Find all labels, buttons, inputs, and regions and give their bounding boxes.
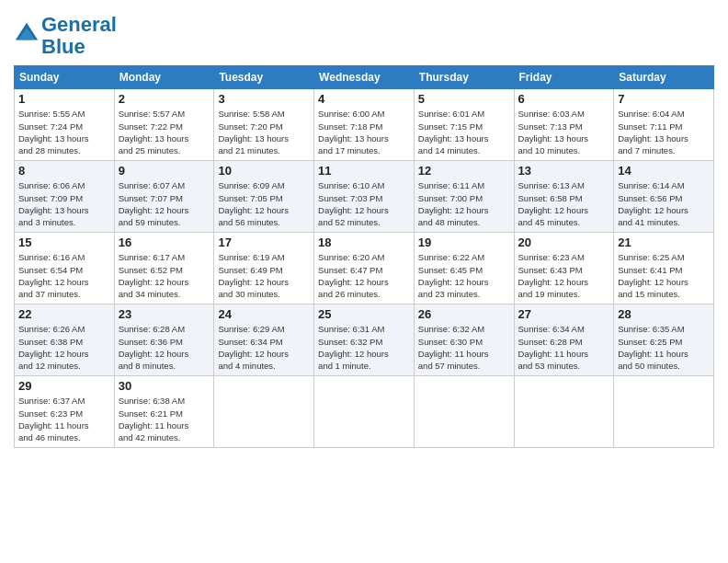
calendar-cell: 21Sunrise: 6:25 AMSunset: 6:41 PMDayligh… [614, 233, 714, 304]
day-number: 8 [18, 164, 110, 178]
day-number: 20 [518, 236, 610, 249]
calendar-cell: 11Sunrise: 6:10 AMSunset: 7:03 PMDayligh… [314, 161, 415, 233]
calendar-cell: 16Sunrise: 6:17 AMSunset: 6:52 PMDayligh… [114, 233, 214, 304]
day-number: 24 [218, 307, 310, 321]
day-info: Sunrise: 6:17 AMSunset: 6:52 PMDaylight:… [119, 251, 210, 300]
calendar-cell: 6Sunrise: 6:03 AMSunset: 7:13 PMDaylight… [514, 89, 614, 161]
day-number: 6 [518, 92, 610, 106]
day-number: 14 [618, 164, 710, 178]
day-number: 1 [18, 92, 110, 106]
calendar-cell: 19Sunrise: 6:22 AMSunset: 6:45 PMDayligh… [414, 233, 514, 304]
day-info: Sunrise: 6:37 AMSunset: 6:23 PMDaylight:… [18, 395, 110, 443]
day-info: Sunrise: 6:03 AMSunset: 7:13 PMDaylight:… [518, 108, 610, 156]
day-number: 25 [318, 307, 410, 321]
calendar-cell: 12Sunrise: 6:11 AMSunset: 7:00 PMDayligh… [414, 161, 514, 233]
calendar-cell: 17Sunrise: 6:19 AMSunset: 6:49 PMDayligh… [214, 233, 314, 304]
calendar-cell: 10Sunrise: 6:09 AMSunset: 7:05 PMDayligh… [214, 161, 314, 233]
logo: General Blue [14, 14, 117, 58]
calendar-cell: 5Sunrise: 6:01 AMSunset: 7:15 PMDaylight… [414, 89, 514, 161]
day-number: 22 [18, 307, 110, 321]
day-info: Sunrise: 5:57 AMSunset: 7:22 PMDaylight:… [119, 108, 210, 156]
day-number: 30 [119, 379, 210, 393]
calendar-cell: 7Sunrise: 6:04 AMSunset: 7:11 PMDaylight… [614, 89, 714, 161]
day-number: 11 [318, 164, 410, 178]
weekday-header: Tuesday [214, 66, 314, 89]
page-header: General Blue [14, 14, 714, 58]
calendar-cell [314, 376, 415, 448]
calendar-cell: 14Sunrise: 6:14 AMSunset: 6:56 PMDayligh… [614, 161, 714, 233]
day-info: Sunrise: 6:16 AMSunset: 6:54 PMDaylight:… [18, 251, 110, 300]
calendar-cell: 27Sunrise: 6:34 AMSunset: 6:28 PMDayligh… [514, 304, 614, 376]
day-info: Sunrise: 6:32 AMSunset: 6:30 PMDaylight:… [418, 323, 510, 372]
calendar-cell [614, 376, 714, 448]
calendar-cell: 28Sunrise: 6:35 AMSunset: 6:25 PMDayligh… [614, 304, 714, 376]
day-number: 19 [418, 236, 510, 249]
calendar-cell: 9Sunrise: 6:07 AMSunset: 7:07 PMDaylight… [114, 161, 214, 233]
day-number: 3 [218, 92, 310, 106]
calendar-cell: 26Sunrise: 6:32 AMSunset: 6:30 PMDayligh… [414, 304, 514, 376]
day-number: 18 [318, 236, 410, 249]
day-number: 9 [119, 164, 210, 178]
calendar-cell: 4Sunrise: 6:00 AMSunset: 7:18 PMDaylight… [314, 89, 415, 161]
day-info: Sunrise: 5:58 AMSunset: 7:20 PMDaylight:… [218, 108, 310, 156]
calendar-cell: 13Sunrise: 6:13 AMSunset: 6:58 PMDayligh… [514, 161, 614, 233]
day-number: 23 [119, 307, 210, 321]
day-number: 28 [618, 307, 710, 321]
weekday-header: Saturday [614, 66, 714, 89]
day-number: 5 [418, 92, 510, 106]
calendar-cell: 2Sunrise: 5:57 AMSunset: 7:22 PMDaylight… [114, 89, 214, 161]
day-number: 13 [518, 164, 610, 178]
day-info: Sunrise: 6:14 AMSunset: 6:56 PMDaylight:… [618, 179, 710, 228]
day-number: 16 [119, 236, 210, 249]
calendar-cell: 18Sunrise: 6:20 AMSunset: 6:47 PMDayligh… [314, 233, 415, 304]
day-number: 4 [318, 92, 410, 106]
calendar-cell: 29Sunrise: 6:37 AMSunset: 6:23 PMDayligh… [15, 376, 115, 448]
day-info: Sunrise: 6:38 AMSunset: 6:21 PMDaylight:… [119, 395, 210, 443]
calendar-cell: 30Sunrise: 6:38 AMSunset: 6:21 PMDayligh… [114, 376, 214, 448]
day-number: 27 [518, 307, 610, 321]
calendar-cell [214, 376, 314, 448]
day-info: Sunrise: 6:13 AMSunset: 6:58 PMDaylight:… [518, 179, 610, 228]
weekday-header: Sunday [15, 66, 115, 89]
day-info: Sunrise: 6:07 AMSunset: 7:07 PMDaylight:… [119, 179, 210, 228]
day-info: Sunrise: 6:10 AMSunset: 7:03 PMDaylight:… [318, 179, 410, 228]
calendar-cell: 25Sunrise: 6:31 AMSunset: 6:32 PMDayligh… [314, 304, 415, 376]
day-info: Sunrise: 6:19 AMSunset: 6:49 PMDaylight:… [218, 251, 310, 300]
calendar-cell: 20Sunrise: 6:23 AMSunset: 6:43 PMDayligh… [514, 233, 614, 304]
day-info: Sunrise: 6:34 AMSunset: 6:28 PMDaylight:… [518, 323, 610, 372]
calendar-cell [414, 376, 514, 448]
logo-icon [14, 21, 40, 47]
day-number: 21 [618, 236, 710, 249]
calendar-cell: 23Sunrise: 6:28 AMSunset: 6:36 PMDayligh… [114, 304, 214, 376]
day-info: Sunrise: 6:26 AMSunset: 6:38 PMDaylight:… [18, 323, 110, 372]
calendar-cell: 22Sunrise: 6:26 AMSunset: 6:38 PMDayligh… [15, 304, 115, 376]
day-info: Sunrise: 6:22 AMSunset: 6:45 PMDaylight:… [418, 251, 510, 300]
weekday-header: Thursday [414, 66, 514, 89]
day-number: 2 [119, 92, 210, 106]
weekday-header: Monday [114, 66, 214, 89]
weekday-header: Wednesday [314, 66, 415, 89]
calendar-cell [514, 376, 614, 448]
calendar-cell: 1Sunrise: 5:55 AMSunset: 7:24 PMDaylight… [15, 89, 115, 161]
day-info: Sunrise: 6:29 AMSunset: 6:34 PMDaylight:… [218, 323, 310, 372]
day-number: 10 [218, 164, 310, 178]
calendar-cell: 15Sunrise: 6:16 AMSunset: 6:54 PMDayligh… [15, 233, 115, 304]
day-info: Sunrise: 6:28 AMSunset: 6:36 PMDaylight:… [119, 323, 210, 372]
calendar-cell: 24Sunrise: 6:29 AMSunset: 6:34 PMDayligh… [214, 304, 314, 376]
calendar-cell: 3Sunrise: 5:58 AMSunset: 7:20 PMDaylight… [214, 89, 314, 161]
day-info: Sunrise: 5:55 AMSunset: 7:24 PMDaylight:… [18, 108, 110, 156]
calendar-cell: 8Sunrise: 6:06 AMSunset: 7:09 PMDaylight… [15, 161, 115, 233]
day-number: 26 [418, 307, 510, 321]
day-info: Sunrise: 6:25 AMSunset: 6:41 PMDaylight:… [618, 251, 710, 300]
day-info: Sunrise: 6:35 AMSunset: 6:25 PMDaylight:… [618, 323, 710, 372]
day-info: Sunrise: 6:01 AMSunset: 7:15 PMDaylight:… [418, 108, 510, 156]
day-info: Sunrise: 6:04 AMSunset: 7:11 PMDaylight:… [618, 108, 710, 156]
day-info: Sunrise: 6:00 AMSunset: 7:18 PMDaylight:… [318, 108, 410, 156]
day-number: 15 [18, 236, 110, 249]
logo-text: General Blue [41, 14, 117, 58]
calendar-table: SundayMondayTuesdayWednesdayThursdayFrid… [14, 65, 714, 448]
day-number: 17 [218, 236, 310, 249]
day-info: Sunrise: 6:31 AMSunset: 6:32 PMDaylight:… [318, 323, 410, 372]
day-info: Sunrise: 6:11 AMSunset: 7:00 PMDaylight:… [418, 179, 510, 228]
day-info: Sunrise: 6:09 AMSunset: 7:05 PMDaylight:… [218, 179, 310, 228]
